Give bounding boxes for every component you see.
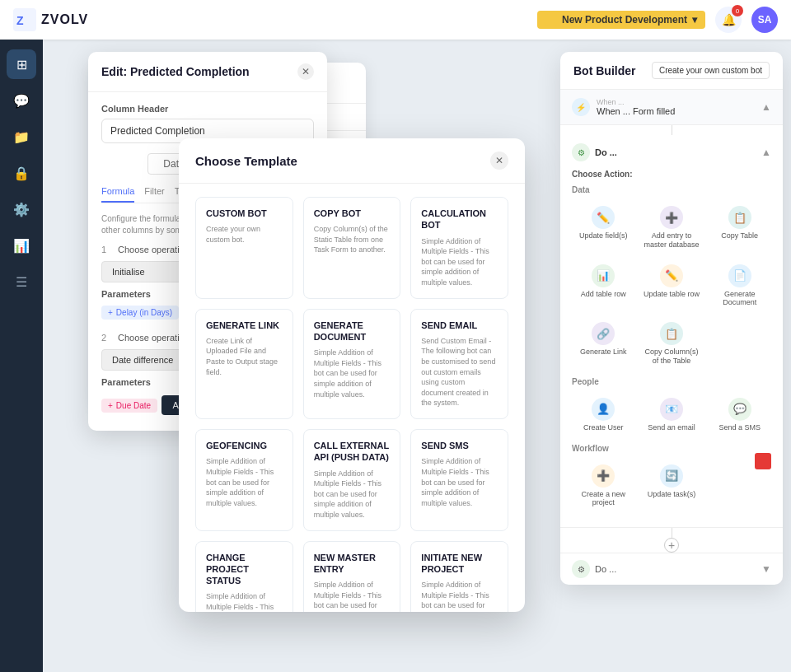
bot-trigger-row: ⚡ When ... When ... Form filled ▲ <box>560 90 783 125</box>
template-call-external-api[interactable]: CALL EXTERNAL API (PUSH DATA) Simple Add… <box>303 429 401 531</box>
action-create-project[interactable]: ➕ Create a new project <box>572 460 635 513</box>
sidebar-item-lock[interactable]: 🔒 <box>7 158 36 188</box>
send-sms-icon: 💬 <box>728 398 751 421</box>
op2-number: 2 <box>101 333 111 343</box>
bot-builder-title: Bot Builder <box>573 64 635 77</box>
action-update-row[interactable]: ✏️ Update table row <box>640 259 704 313</box>
sidebar-item-chat[interactable]: 💬 <box>7 86 36 115</box>
action-copy-column[interactable]: 📋 Copy Column(s) of the Table <box>640 317 704 371</box>
people-actions-grid: 👤 Create User 📧 Send an email 💬 Send a S… <box>572 393 771 437</box>
generate-link-icon: 🔗 <box>592 322 615 345</box>
template-geofencing[interactable]: GEOFENCING Simple Addition of Multiple F… <box>195 429 293 531</box>
error-indicator <box>755 453 771 469</box>
create-user-icon: 👤 <box>592 398 615 421</box>
add-row-icon: 📊 <box>592 264 615 287</box>
sidebar-item-layers[interactable]: ☰ <box>7 267 36 296</box>
op1-param-tag: + Delay (in Days) <box>101 306 179 320</box>
action-copy-table[interactable]: 📋 Copy Table <box>708 201 771 254</box>
modal-close-button[interactable]: ✕ <box>490 152 508 170</box>
action-update-tasks[interactable]: 🔄 Update task(s) <box>640 460 704 513</box>
template-copy-bot[interactable]: COPY BOT Copy Column(s) of the Static Ta… <box>303 197 401 299</box>
trigger-expand-icon[interactable]: ▲ <box>761 101 771 113</box>
data-category-label: Data <box>572 185 771 194</box>
update-row-icon: ✏️ <box>660 264 683 287</box>
sidebar-item-settings[interactable]: ⚙️ <box>7 194 36 224</box>
copy-table-icon: 📋 <box>728 206 751 229</box>
create-project-icon: ➕ <box>592 464 615 488</box>
action-add-master[interactable]: ➕ Add entry to master database <box>640 201 704 254</box>
workflow-actions-grid: ➕ Create a new project 🔄 Update task(s) <box>572 460 771 513</box>
sidebar: ⊞ 💬 📁 🔒 ⚙️ 📊 ☰ <box>0 40 43 672</box>
do-expand-icon[interactable]: ▼ <box>761 563 771 575</box>
avatar: SA <box>751 7 778 33</box>
bot-do-section: ⚙ Do ... ▼ <box>560 553 783 585</box>
content-area: Site Scoring Task Data People Logic Auto… <box>43 40 791 672</box>
template-custom-bot[interactable]: CUSTOM BOT Create your own custom bot. <box>195 197 293 299</box>
copy-column-icon: 📋 <box>660 322 683 345</box>
edit-panel-close-button[interactable]: ✕ <box>297 63 314 80</box>
svg-text:Z: Z <box>16 14 24 27</box>
logo: Z ZVOLV <box>13 8 88 31</box>
action-icon: ⚙ <box>572 143 590 161</box>
bottom-connector <box>672 528 672 538</box>
column-header-label: Column Header <box>101 104 314 114</box>
action-send-email[interactable]: 📧 Send an email <box>640 393 704 437</box>
logo-text: ZVOLV <box>41 12 88 27</box>
template-initiate-new-project[interactable]: INITIATE NEW PROJECT Simple Addition of … <box>410 541 508 612</box>
ep-tab-formula[interactable]: Formula <box>101 186 134 203</box>
template-change-project-status[interactable]: CHANGE PROJECT STATUS Simple Addition of… <box>195 541 293 612</box>
template-generate-document[interactable]: GENERATE DOCUMENT Simple Addition of Mul… <box>303 309 401 419</box>
action-add-row[interactable]: 📊 Add table row <box>572 259 635 313</box>
action-generate-doc[interactable]: 📄 Generate Document <box>708 259 771 313</box>
send-email-icon: 📧 <box>660 398 683 421</box>
navbar-right: New Product Development ▾ 🔔 0 SA <box>537 7 778 33</box>
do-label: Do ... <box>595 564 616 574</box>
action-generate-link[interactable]: 🔗 Generate Link <box>572 317 635 371</box>
add-step-button[interactable]: + <box>664 538 679 553</box>
sidebar-item-chart[interactable]: 📊 <box>7 231 36 260</box>
generate-doc-icon: 📄 <box>728 264 751 287</box>
bot-builder-panel: Bot Builder Create your own custom bot ⚡… <box>560 52 783 585</box>
notification-button[interactable]: 🔔 0 <box>715 7 742 33</box>
trigger-icon: ⚡ <box>572 98 590 116</box>
action-update-fields[interactable]: ✏️ Update field(s) <box>572 201 635 254</box>
do-icon: ⚙ <box>572 560 590 578</box>
add-master-icon: ➕ <box>660 206 683 229</box>
template-send-sms[interactable]: SEND SMS Simple Addition of Multiple Fie… <box>410 429 508 531</box>
action-collapse-icon[interactable]: ▲ <box>761 147 771 158</box>
when-label: When ... <box>597 98 675 106</box>
bot-action-section: ⚙ Do ... ▲ Choose Action: Data ✏️ Update… <box>560 135 783 528</box>
ep-tab-filter[interactable]: Filter <box>144 186 164 203</box>
template-calculation-bot[interactable]: CALCULATION BOT Simple Addition of Multi… <box>410 197 508 299</box>
template-send-email[interactable]: SEND EMAIL Send Custom Email - The follo… <box>410 309 508 419</box>
main-layout: ⊞ 💬 📁 🔒 ⚙️ 📊 ☰ Site Scoring Task Data Pe… <box>0 40 791 672</box>
zvolv-logo-icon: Z <box>13 8 36 31</box>
navbar: Z ZVOLV New Product Development ▾ 🔔 0 SA <box>0 0 791 40</box>
data-actions-grid: ✏️ Update field(s) ➕ Add entry to master… <box>572 201 771 371</box>
workflow-category-label: Workflow <box>572 444 771 453</box>
action-title: Do ... <box>595 147 617 157</box>
edit-panel-title: Edit: Predicted Completion <box>101 65 250 78</box>
template-grid: CUSTOM BOT Create your own custom bot. C… <box>195 197 508 612</box>
action-create-user[interactable]: 👤 Create User <box>572 393 635 437</box>
update-fields-icon: ✏️ <box>592 206 615 229</box>
modal-title: Choose Template <box>195 154 297 168</box>
sidebar-item-grid[interactable]: ⊞ <box>7 49 36 79</box>
choose-action-label: Choose Action: <box>572 170 771 179</box>
op2-param-tag: + Due Date <box>101 399 157 413</box>
template-generate-link[interactable]: GENERATE LINK Create Link of Uploaded Fi… <box>195 309 293 419</box>
sidebar-item-folder[interactable]: 📁 <box>7 122 36 152</box>
op1-number: 1 <box>101 245 111 254</box>
notif-badge: 0 <box>732 5 743 16</box>
choose-template-modal: Choose Template ✕ CUSTOM BOT Create your… <box>179 138 525 612</box>
connector-line <box>672 125 672 135</box>
project-badge[interactable]: New Product Development ▾ <box>537 11 705 29</box>
action-send-sms[interactable]: 💬 Send a SMS <box>708 393 771 437</box>
people-category-label: People <box>572 377 771 386</box>
template-new-master-entry[interactable]: NEW MASTER ENTRY Simple Addition of Mult… <box>303 541 401 612</box>
trigger-value: When ... Form filled <box>597 106 675 116</box>
create-bot-button[interactable]: Create your own custom bot <box>652 62 770 79</box>
update-tasks-icon: 🔄 <box>660 464 683 488</box>
